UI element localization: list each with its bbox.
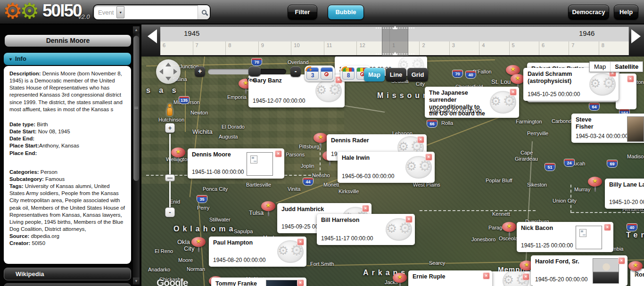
bubble-button[interactable]: Bubble <box>328 5 364 20</box>
timeline-month-cell[interactable]: 3 <box>450 41 479 55</box>
event-popup[interactable]: Hale Irwin1945-06-03 00:00:00⚙⚙× <box>338 152 435 183</box>
close-icon[interactable]: × <box>275 150 282 157</box>
event-popup[interactable]: David Schramm (astrophysicist)1945-10-25… <box>523 68 619 101</box>
map-city-label: Anadarko <box>148 267 170 272</box>
timeline-month-cell[interactable]: 10 <box>291 41 324 55</box>
calendar-button-group-1: 3 <box>305 65 335 82</box>
event-popup[interactable]: × <box>616 74 636 109</box>
calendar-date-icon[interactable]: 8 <box>342 67 355 80</box>
event-popup[interactable]: Harold Ford, Sr.1945-05-20 00:00:00× <box>531 255 627 286</box>
event-popup[interactable]: ⚙⚙× <box>490 271 532 286</box>
map-zoom-out-button[interactable]: - <box>165 207 175 217</box>
event-popup[interactable]: Steve Fisher1945-03-24 00:00:00 <box>571 114 644 143</box>
timeline-zoom-out-button[interactable]: - <box>290 66 301 77</box>
event-popup[interactable]: Ernie Ruple× <box>408 270 492 286</box>
help-button[interactable]: Help <box>614 5 638 20</box>
timeline-zoom-slider-track[interactable] <box>208 69 286 74</box>
view-grid-button[interactable]: Grid <box>407 68 428 82</box>
event-popup[interactable]: Billy Lane Lauff1945-10-20 00:00:00 <box>605 179 644 209</box>
map-city-label: Vinita <box>288 186 300 192</box>
close-icon[interactable]: × <box>297 279 304 286</box>
map-pin[interactable]: ★ <box>261 201 276 218</box>
pan-left-icon[interactable] <box>159 69 163 74</box>
info-section-header[interactable]: ▾Info <box>4 53 131 65</box>
map-type-map-button[interactable]: Map <box>590 62 610 72</box>
map-city-label: Union City <box>553 198 577 204</box>
event-popup[interactable]: Dennis Moore1945-11-08 00:00:00× <box>188 148 284 179</box>
collapsed-section-bar[interactable] <box>4 283 131 286</box>
timeline-prev-arrow[interactable] <box>148 29 157 43</box>
timeline-month-cell[interactable]: 8 <box>226 41 259 55</box>
timeline-next-arrow[interactable] <box>631 29 641 43</box>
pegman-icon[interactable] <box>165 104 174 118</box>
scroll-down-icon[interactable]: ▼ <box>133 278 140 285</box>
pan-right-icon[interactable] <box>173 69 177 74</box>
category-dropdown-button[interactable]: ▼ <box>116 6 124 18</box>
timeline-month-cell[interactable]: 7 <box>193 41 226 55</box>
timeline-month-cell[interactable]: 4 <box>479 41 509 55</box>
map-pin[interactable]: ★ <box>628 261 643 278</box>
event-popup[interactable]: The Japanese surrender unconditionally t… <box>425 87 519 118</box>
map-zoom-slider-thumb[interactable] <box>165 174 175 181</box>
close-icon[interactable]: × <box>627 75 634 82</box>
timeline-month-cell[interactable]: 5 <box>510 41 539 55</box>
map-city-label: Norman <box>187 266 205 272</box>
close-icon[interactable]: × <box>483 272 490 279</box>
timeline-month-cell[interactable]: 2 <box>420 41 449 55</box>
map-pin[interactable]: ★ <box>392 273 407 286</box>
map-pin[interactable]: ★ <box>191 237 206 254</box>
timeline-month-cell[interactable]: 7 <box>569 41 599 55</box>
close-icon[interactable]: × <box>604 224 611 231</box>
view-line-button[interactable]: Line <box>386 68 406 82</box>
timeline-month-cell[interactable]: 8 <box>599 41 629 55</box>
timeline-month-cell[interactable]: 6 <box>539 41 569 55</box>
filter-button[interactable]: Filter <box>288 5 317 20</box>
search-input[interactable] <box>124 6 198 18</box>
map-type-satellite-button[interactable]: Satellite <box>611 62 643 72</box>
event-popup[interactable]: Bill Harrelson1945-11-17 00:00:00⚙⚙× <box>317 214 415 245</box>
close-icon[interactable]: × <box>618 257 625 264</box>
scrollbar-thumb[interactable] <box>133 36 139 181</box>
event-popup[interactable]: Nick Bacon1945-11-25 00:00:00× <box>517 222 613 252</box>
event-popup[interactable]: Tommy Franke× <box>211 278 306 286</box>
app-logo: 50I50 <box>42 1 82 21</box>
pan-up-icon[interactable] <box>165 63 171 66</box>
map-pin[interactable]: ★ <box>313 133 328 150</box>
close-icon[interactable]: × <box>362 205 369 212</box>
map-city-label: Kirksville <box>339 188 359 194</box>
timeline-month-cell[interactable]: 6 <box>160 41 193 55</box>
close-icon[interactable]: × <box>425 154 432 161</box>
map-pan-control[interactable] <box>156 59 181 84</box>
close-icon[interactable]: × <box>510 89 517 96</box>
close-icon[interactable]: × <box>522 273 529 280</box>
popup-title: Dennis Rader <box>331 137 394 144</box>
scroll-up-icon[interactable]: ▲ <box>133 26 140 33</box>
map-zoom-in-button[interactable]: + <box>165 123 175 133</box>
interstate-shield-icon: 24 <box>564 159 574 166</box>
search-button[interactable] <box>198 5 210 19</box>
calendar-target-icon[interactable] <box>321 67 333 80</box>
event-popup[interactable]: Paul Hampton1945-08-20 00:00:00⚙⚙× <box>209 237 306 267</box>
search-bar: Event ▼ <box>93 4 211 20</box>
map-pin[interactable]: ★ <box>587 177 603 194</box>
close-icon[interactable]: × <box>297 238 304 245</box>
timeline-zoom-slider-thumb[interactable] <box>248 66 261 76</box>
sidebar-scrollbar[interactable]: ▲ ▼ <box>133 26 140 285</box>
map-city-label: Kennett <box>492 211 510 217</box>
wikipedia-section-header[interactable]: Wikipedia <box>4 268 131 280</box>
timeline-drag-handle[interactable] <box>382 26 408 56</box>
calendar-date-icon[interactable]: 3 <box>306 67 319 80</box>
pan-down-icon[interactable] <box>165 77 171 81</box>
google-logo[interactable]: Google <box>157 277 188 286</box>
map-pin[interactable]: ★ <box>502 222 517 239</box>
map-zoom-slider-track[interactable] <box>169 134 171 208</box>
close-icon[interactable]: × <box>405 216 413 223</box>
timeline-month-cell[interactable]: 9 <box>259 41 292 55</box>
timeline-month-cell[interactable]: 11 <box>324 41 357 55</box>
view-map-button[interactable]: Map <box>364 68 385 82</box>
timeline-zoom-in-button[interactable]: + <box>195 66 205 77</box>
popup-date: 1945-11-08 00:00:00 <box>192 169 244 175</box>
map-pin[interactable]: ★ <box>171 147 186 164</box>
democracy-button[interactable]: Democracy <box>568 5 609 20</box>
close-icon[interactable]: × <box>417 136 424 143</box>
